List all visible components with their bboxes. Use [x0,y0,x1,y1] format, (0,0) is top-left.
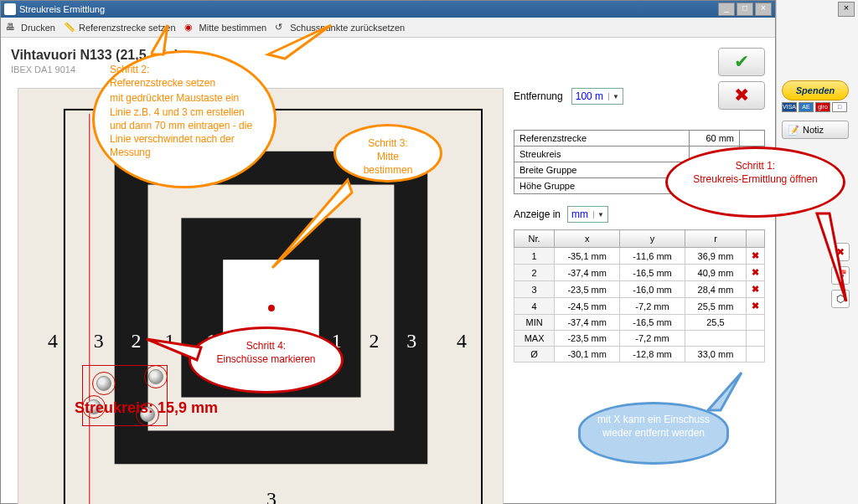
close-button[interactable]: × [755,3,772,16]
stat-label: Referenzstrecke [514,131,690,147]
callout-step4: Schritt 4: Einschüsse markieren [189,327,344,393]
right-panel: Entfernung 100 m ▼ Referenzstrecke60 mm … [514,88,765,363]
shots-table: Nr. x y r 1-35,1 mm-11,6 mm36,9 mm✖ 2-37… [514,229,765,363]
bg-close-button[interactable]: × [838,2,855,17]
side-target-button[interactable]: ⬡ [831,290,850,308]
col-header[interactable]: y [620,230,685,248]
side-panel: × Spenden VISA AE giro □ 📝 Notiz ✖ 📅 ⬡ [776,0,858,504]
col-header[interactable]: r [685,230,746,248]
stat-value: 60 mm [690,131,740,147]
ref-button[interactable]: 📏 Referenzstrecke setzen [64,22,176,33]
delete-shot-button[interactable]: ✖ [747,298,765,315]
table-row: 3-23,5 mm-16,0 mm28,4 mm✖ [514,281,765,298]
print-button[interactable]: 🖶 Drucken [6,22,55,33]
table-row: Ø-30,1 mm-12,8 mm33,0 mm [514,347,765,363]
side-delete-button[interactable]: ✖ [831,243,850,261]
table-row: 1-35,1 mm-11,6 mm36,9 mm✖ [514,248,765,265]
svg-text:4: 4 [48,330,58,352]
titlebar: Streukreis Ermittlung _ □ × [1,1,775,18]
table-row: MIN-37,4 mm-16,5 mm25,5 [514,315,765,331]
center-button[interactable]: ◉ Mitte bestimmen [184,22,267,33]
delete-shot-button[interactable]: ✖ [747,281,765,298]
svg-text:4: 4 [457,330,467,352]
page-title: Vihtavuori N133 (21,5 rain) [11,48,765,63]
table-row: 2-37,4 mm-16,5 mm40,9 mm✖ [514,265,765,281]
minimize-button[interactable]: _ [718,3,735,16]
ruler-icon: 📏 [64,22,75,33]
callout-delete-hint: mit X kann ein Einschuss wieder entfernt… [578,402,729,465]
window-title: Streukreis Ermittlung [19,4,105,14]
maximize-button[interactable]: □ [737,3,753,16]
col-header[interactable]: x [555,230,620,248]
delete-shot-button[interactable]: ✖ [747,248,765,265]
svg-text:3: 3 [266,488,277,504]
side-calendar-button[interactable]: 📅 [831,266,850,285]
printer-icon: 🖶 [6,22,18,33]
ok-button[interactable]: ✔ [718,48,765,76]
stat-label: Breite Gruppe [514,162,690,178]
target-icon: ◉ [184,22,196,33]
reset-button[interactable]: ↺ Schusspunkte zurücksetzen [275,22,405,33]
svg-text:3: 3 [406,330,416,352]
notiz-button[interactable]: 📝 Notiz [782,121,849,139]
reset-icon: ↺ [275,22,287,33]
callout-step2: Schritt 2: Referenzstrecke setzen mit ge… [92,50,277,188]
toolbar: 🖶 Drucken 📏 Referenzstrecke setzen ◉ Mit… [1,18,775,38]
distance-label: Entfernung [514,90,563,102]
note-icon: 📝 [788,125,799,136]
table-row: MAX-23,5 mm-7,2 mm [514,331,765,347]
unit-label: Anzeige in [514,208,561,220]
svg-text:2: 2 [370,330,380,352]
svg-text:1: 1 [164,330,174,352]
svg-text:3: 3 [94,330,104,352]
chevron-down-icon: ▼ [608,93,619,100]
chevron-down-icon: ▼ [593,211,604,219]
group-box [82,365,168,426]
unit-select[interactable]: mm ▼ [567,206,608,223]
col-header[interactable]: Nr. [514,230,555,248]
streukreis-label: Streukreis: 15,9 mm [75,399,218,417]
distance-select[interactable]: 100 m ▼ [571,88,623,105]
svg-text:2: 2 [132,330,142,352]
stat-label: Höhe Gruppe [514,178,690,194]
callout-step3: Schritt 3: Mitte bestimmen [333,124,442,183]
table-row: 4-24,5 mm-7,2 mm25,5 mm✖ [514,298,765,315]
svg-point-15 [268,305,275,311]
payment-icons: VISA AE giro □ [782,102,853,112]
callout-step1: Schritt 1: Streukreis-Ermittlung öffnen [665,147,845,218]
stat-label: Streukreis [514,147,690,162]
delete-shot-button[interactable]: ✖ [747,265,765,281]
donate-button[interactable]: Spenden [782,80,849,100]
app-icon [4,3,16,15]
